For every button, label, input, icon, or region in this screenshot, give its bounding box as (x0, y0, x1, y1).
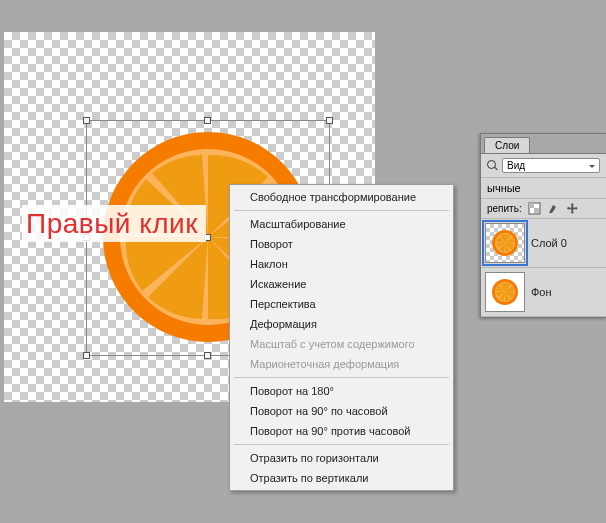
layer-name[interactable]: Слой 0 (531, 237, 567, 249)
menu-item[interactable]: Поворот на 90° против часовой (232, 421, 451, 441)
menu-item[interactable]: Поворот на 180° (232, 381, 451, 401)
layers-filter-dropdown[interactable]: Вид (502, 158, 600, 173)
dropdown-value: Вид (507, 160, 525, 171)
layers-panel: Слои Вид ычные репить: Слой 0Фон (480, 133, 606, 318)
menu-item[interactable]: Поворот (232, 234, 451, 254)
layer-thumbnail[interactable] (485, 272, 525, 312)
lock-label: репить: (487, 203, 522, 214)
transform-handle-bottom-center[interactable] (204, 352, 211, 359)
menu-item[interactable]: Свободное трансформирование (232, 187, 451, 207)
panel-tabs: Слои (481, 134, 606, 154)
menu-item[interactable]: Масштабирование (232, 214, 451, 234)
blend-mode-label: ычные (487, 182, 521, 194)
lock-move-icon[interactable] (566, 202, 579, 215)
svg-rect-4 (534, 208, 539, 213)
menu-separator (234, 377, 449, 378)
transform-handle-top-left[interactable] (83, 117, 90, 124)
transform-context-menu: Свободное трансформированиеМасштабирован… (229, 184, 454, 491)
tab-layers[interactable]: Слои (484, 137, 530, 153)
menu-item[interactable]: Отразить по вертикали (232, 468, 451, 488)
blend-mode-row: ычные (481, 178, 606, 199)
layers-filter-row: Вид (481, 154, 606, 178)
transform-handle-top-right[interactable] (326, 117, 333, 124)
menu-separator (234, 210, 449, 211)
layers-list: Слой 0Фон (481, 219, 606, 317)
menu-item[interactable]: Искажение (232, 274, 451, 294)
menu-item[interactable]: Поворот на 90° по часовой (232, 401, 451, 421)
menu-separator (234, 444, 449, 445)
lock-paint-icon[interactable] (547, 202, 560, 215)
search-icon (487, 160, 498, 171)
menu-item[interactable]: Наклон (232, 254, 451, 274)
transform-handle-top-center[interactable] (204, 117, 211, 124)
menu-item[interactable]: Перспектива (232, 294, 451, 314)
layer-row[interactable]: Слой 0 (481, 219, 606, 268)
lock-transparency-icon[interactable] (528, 202, 541, 215)
layer-row[interactable]: Фон (481, 268, 606, 317)
layer-thumbnail[interactable] (485, 223, 525, 263)
menu-item[interactable]: Отразить по горизонтали (232, 448, 451, 468)
menu-item: Масштаб с учетом содержимого (232, 334, 451, 354)
svg-rect-3 (529, 203, 534, 208)
lock-strip: репить: (481, 199, 606, 219)
layer-name[interactable]: Фон (531, 286, 552, 298)
menu-item[interactable]: Деформация (232, 314, 451, 334)
menu-item: Марионеточная деформация (232, 354, 451, 374)
transform-handle-bottom-left[interactable] (83, 352, 90, 359)
annotation-text: Правый клик (22, 205, 206, 242)
